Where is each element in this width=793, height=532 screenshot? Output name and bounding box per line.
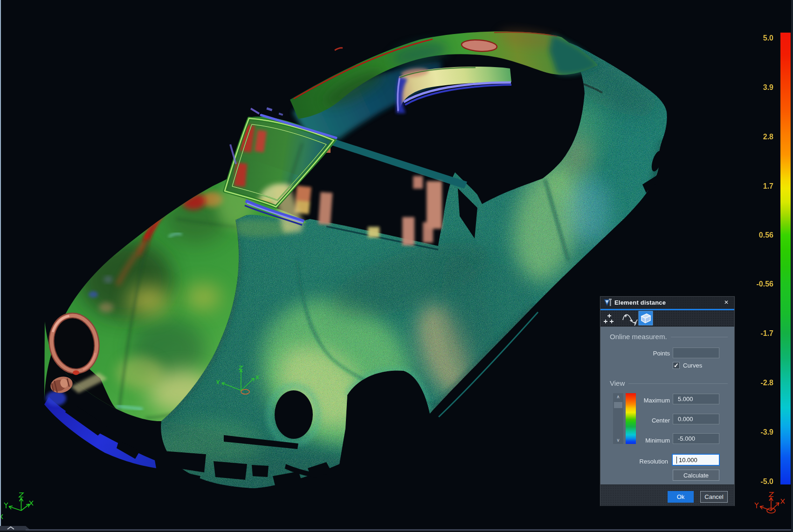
svg-text:-2.8: -2.8 <box>760 379 773 387</box>
svg-text:-3.9: -3.9 <box>760 428 773 436</box>
svg-text:-1.7: -1.7 <box>760 329 773 337</box>
svg-text:-0.56: -0.56 <box>757 280 774 288</box>
svg-text:1.7: 1.7 <box>763 182 773 190</box>
svg-text:-5.0: -5.0 <box>760 477 773 485</box>
svg-text:0.56: 0.56 <box>759 231 773 239</box>
svg-text:5.0: 5.0 <box>763 34 773 42</box>
svg-text:2.8: 2.8 <box>763 133 773 141</box>
svg-text:3.9: 3.9 <box>763 83 773 91</box>
